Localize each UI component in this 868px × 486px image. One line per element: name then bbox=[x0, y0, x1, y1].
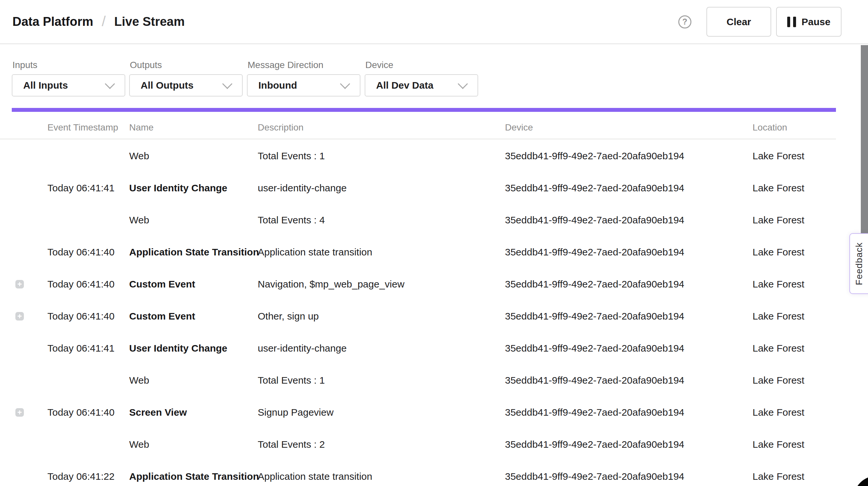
row-location: Lake Forest bbox=[752, 311, 804, 322]
row-location: Lake Forest bbox=[752, 215, 804, 226]
row-name: Screen View bbox=[129, 407, 187, 418]
breadcrumb-section[interactable]: Data Platform bbox=[12, 15, 93, 29]
table-row[interactable]: WebTotal Events : 435eddb41-9ff9-49e2-7a… bbox=[0, 204, 868, 236]
expand-row-button[interactable]: + bbox=[16, 408, 24, 417]
table-header: Event Timestamp Name Description Device … bbox=[0, 118, 836, 139]
row-name: Web bbox=[129, 150, 149, 161]
row-description: Application state transition bbox=[258, 247, 372, 258]
table-row[interactable]: +Today 06:41:40Custom EventOther, sign u… bbox=[0, 300, 868, 332]
row-device: 35eddb41-9ff9-49e2-7aed-20afa90eb194 bbox=[505, 182, 684, 193]
row-timestamp: Today 06:41:40 bbox=[48, 247, 115, 258]
breadcrumb: Data Platform / Live Stream bbox=[12, 14, 185, 30]
filter-outputs-select[interactable]: All Outputs bbox=[129, 74, 243, 96]
plus-icon: + bbox=[17, 280, 22, 288]
row-location: Lake Forest bbox=[752, 439, 804, 450]
row-name: Application State Transition bbox=[129, 247, 259, 258]
feedback-tab[interactable]: Feedback bbox=[849, 233, 868, 294]
table-body: WebTotal Events : 135eddb41-9ff9-49e2-7a… bbox=[0, 140, 868, 486]
filter-outputs-value: All Outputs bbox=[141, 80, 194, 91]
row-name: Custom Event bbox=[129, 311, 195, 322]
column-header-event-timestamp: Event Timestamp bbox=[48, 122, 118, 133]
row-name: Web bbox=[129, 439, 149, 450]
row-description: Signup Pageview bbox=[258, 407, 334, 418]
column-header-device: Device bbox=[505, 122, 533, 133]
table-row[interactable]: WebTotal Events : 135eddb41-9ff9-49e2-7a… bbox=[0, 140, 868, 172]
row-device: 35eddb41-9ff9-49e2-7aed-20afa90eb194 bbox=[505, 311, 684, 322]
vertical-scrollbar-thumb[interactable] bbox=[861, 45, 868, 248]
table-row[interactable]: Today 06:41:41User Identity Changeuser-i… bbox=[0, 172, 868, 204]
table-row[interactable]: Today 06:41:22Application State Transiti… bbox=[0, 460, 868, 486]
row-device: 35eddb41-9ff9-49e2-7aed-20afa90eb194 bbox=[505, 375, 684, 386]
row-timestamp: Today 06:41:41 bbox=[48, 182, 115, 193]
row-device: 35eddb41-9ff9-49e2-7aed-20afa90eb194 bbox=[505, 343, 684, 354]
filter-device-select[interactable]: All Dev Data bbox=[365, 74, 478, 96]
row-description: Total Events : 1 bbox=[258, 375, 325, 386]
header-actions: ? Clear Pause bbox=[678, 7, 841, 37]
table-row[interactable]: WebTotal Events : 135eddb41-9ff9-49e2-7a… bbox=[0, 364, 868, 396]
clear-button-label: Clear bbox=[726, 17, 751, 28]
row-timestamp: Today 06:41:40 bbox=[48, 407, 115, 418]
row-location: Lake Forest bbox=[752, 407, 804, 418]
filter-outputs-label: Outputs bbox=[130, 60, 162, 70]
filter-inputs-select[interactable]: All Inputs bbox=[12, 74, 125, 96]
column-header-name: Name bbox=[129, 122, 154, 133]
row-name: User Identity Change bbox=[129, 182, 227, 193]
plus-icon: + bbox=[17, 408, 22, 417]
row-device: 35eddb41-9ff9-49e2-7aed-20afa90eb194 bbox=[505, 150, 684, 161]
filter-inputs-label: Inputs bbox=[12, 60, 37, 70]
row-description: Other, sign up bbox=[258, 311, 319, 322]
row-location: Lake Forest bbox=[752, 279, 804, 290]
plus-icon: + bbox=[17, 312, 22, 321]
table-row[interactable]: WebTotal Events : 235eddb41-9ff9-49e2-7a… bbox=[0, 428, 868, 460]
row-device: 35eddb41-9ff9-49e2-7aed-20afa90eb194 bbox=[505, 407, 684, 418]
expand-row-button[interactable]: + bbox=[16, 280, 24, 288]
row-name: Application State Transition bbox=[129, 471, 259, 482]
row-description: Application state transition bbox=[258, 471, 372, 482]
chevron-down-icon bbox=[105, 79, 115, 89]
row-location: Lake Forest bbox=[752, 343, 804, 354]
pause-button[interactable]: Pause bbox=[776, 7, 841, 37]
row-location: Lake Forest bbox=[752, 471, 804, 482]
row-description: Total Events : 2 bbox=[258, 439, 325, 450]
row-device: 35eddb41-9ff9-49e2-7aed-20afa90eb194 bbox=[505, 279, 684, 290]
live-stream-page: Data Platform / Live Stream ? Clear Paus… bbox=[0, 0, 868, 486]
row-name: User Identity Change bbox=[129, 343, 227, 354]
row-location: Lake Forest bbox=[752, 182, 804, 193]
row-timestamp: Today 06:41:40 bbox=[48, 279, 115, 290]
filter-inputs-value: All Inputs bbox=[23, 80, 68, 91]
row-description: Total Events : 1 bbox=[258, 150, 325, 161]
filter-bar: Inputs All Inputs Outputs All Outputs Me… bbox=[0, 45, 868, 108]
chevron-down-icon bbox=[458, 79, 468, 89]
row-description: Total Events : 4 bbox=[258, 215, 325, 226]
row-location: Lake Forest bbox=[752, 247, 804, 258]
row-timestamp: Today 06:41:22 bbox=[48, 471, 115, 482]
row-device: 35eddb41-9ff9-49e2-7aed-20afa90eb194 bbox=[505, 439, 684, 450]
row-device: 35eddb41-9ff9-49e2-7aed-20afa90eb194 bbox=[505, 471, 684, 482]
table-row[interactable]: Today 06:41:41User Identity Changeuser-i… bbox=[0, 332, 868, 364]
pause-icon bbox=[787, 17, 796, 27]
row-device: 35eddb41-9ff9-49e2-7aed-20afa90eb194 bbox=[505, 215, 684, 226]
filter-message-direction-select[interactable]: Inbound bbox=[247, 74, 361, 96]
filter-message-direction-value: Inbound bbox=[258, 80, 297, 91]
table-row[interactable]: +Today 06:41:40Screen ViewSignup Pagevie… bbox=[0, 396, 868, 428]
stream-accent-bar bbox=[12, 108, 836, 112]
chevron-down-icon bbox=[340, 79, 350, 89]
expand-row-button[interactable]: + bbox=[16, 312, 24, 321]
row-location: Lake Forest bbox=[752, 375, 804, 386]
row-timestamp: Today 06:41:40 bbox=[48, 311, 115, 322]
row-name: Custom Event bbox=[129, 279, 195, 290]
page-title: Live Stream bbox=[114, 15, 184, 29]
header: Data Platform / Live Stream ? Clear Paus… bbox=[0, 0, 868, 44]
pause-button-label: Pause bbox=[802, 17, 830, 28]
clear-button[interactable]: Clear bbox=[707, 7, 771, 37]
breadcrumb-separator: / bbox=[102, 13, 106, 29]
feedback-tab-label: Feedback bbox=[854, 242, 864, 285]
chevron-down-icon bbox=[222, 79, 232, 89]
table-row[interactable]: Today 06:41:40Application State Transiti… bbox=[0, 236, 868, 268]
help-icon[interactable]: ? bbox=[678, 16, 691, 28]
row-timestamp: Today 06:41:41 bbox=[48, 343, 115, 354]
filter-device-label: Device bbox=[365, 60, 394, 70]
row-name: Web bbox=[129, 215, 149, 226]
row-name: Web bbox=[129, 375, 149, 386]
table-row[interactable]: +Today 06:41:40Custom EventNavigation, $… bbox=[0, 268, 868, 300]
